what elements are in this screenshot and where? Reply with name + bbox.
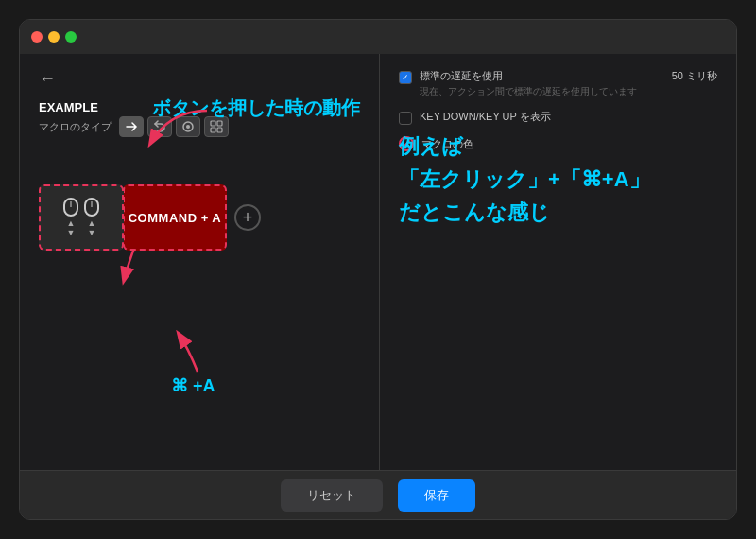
setting-row-keydown: KEY DOWN/KEY UP を表示 — [399, 110, 717, 125]
arrow-cmd — [160, 329, 226, 380]
setting-label-delay: 標準の遅延を使用 — [420, 69, 503, 83]
checkbox-keydown[interactable] — [399, 112, 412, 125]
setting-label-keydown: KEY DOWN/KEY UP を表示 — [420, 110, 551, 124]
traffic-lights — [31, 31, 77, 43]
annotation-cmd: ⌘ +A — [171, 375, 215, 396]
settings-section: 標準の遅延を使用 50 ミリ秒 現在、アクション間で標準の遅延を使用しています … — [399, 69, 717, 151]
macro-cell-cmd[interactable]: COMMAND + A — [123, 184, 227, 251]
main-window: ← EXAMPLE マクロのタイプ ボタンを押した時 — [19, 19, 737, 520]
bottom-bar: リセット 保存 — [20, 470, 736, 519]
macro-type-btn-undo[interactable] — [147, 116, 172, 137]
macro-type-btn-arrow[interactable] — [119, 116, 144, 137]
macro-row: ▲▼ ▲▼ COMMAND + A + — [39, 184, 360, 251]
svg-rect-2 — [211, 121, 215, 126]
setting-row-color: マクロの色 — [399, 136, 717, 151]
no-sign-icon — [399, 136, 414, 151]
macro-type-btn-grid[interactable] — [204, 116, 229, 137]
setting-sublabel-delay: 現在、アクション間で標準の遅延を使用しています — [420, 85, 717, 98]
checkbox-standard-delay[interactable] — [399, 71, 412, 84]
left-panel: ← EXAMPLE マクロのタイプ ボタンを押した時 — [20, 54, 379, 470]
maximize-button[interactable] — [65, 31, 77, 43]
titlebar — [20, 20, 736, 54]
macro-type-row: マクロのタイプ — [39, 116, 360, 137]
svg-rect-4 — [211, 128, 215, 132]
setting-value-delay: 50 ミリ秒 — [672, 69, 717, 83]
cmd-text: COMMAND + A — [129, 211, 222, 225]
right-panel: 標準の遅延を使用 50 ミリ秒 現在、アクション間で標準の遅延を使用しています … — [379, 54, 736, 470]
example-label: EXAMPLE — [39, 100, 360, 114]
svg-rect-3 — [217, 121, 222, 126]
macro-type-label: マクロのタイプ — [39, 120, 112, 134]
setting-label-color: マクロの色 — [421, 137, 473, 151]
back-button[interactable]: ← — [39, 69, 56, 89]
add-macro-button[interactable]: + — [234, 204, 261, 231]
minimize-button[interactable] — [48, 31, 60, 43]
close-button[interactable] — [31, 31, 43, 43]
reset-button[interactable]: リセット — [281, 479, 383, 512]
setting-row-delay: 標準の遅延を使用 50 ミリ秒 現在、アクション間で標準の遅延を使用しています — [399, 69, 717, 98]
macro-cell-click[interactable]: ▲▼ ▲▼ — [39, 184, 124, 251]
svg-point-1 — [186, 125, 190, 129]
save-button[interactable]: 保存 — [398, 479, 475, 512]
svg-rect-5 — [217, 128, 222, 132]
content-area: ← EXAMPLE マクロのタイプ ボタンを押した時 — [20, 54, 736, 470]
macro-type-btn-circle[interactable] — [176, 116, 200, 137]
